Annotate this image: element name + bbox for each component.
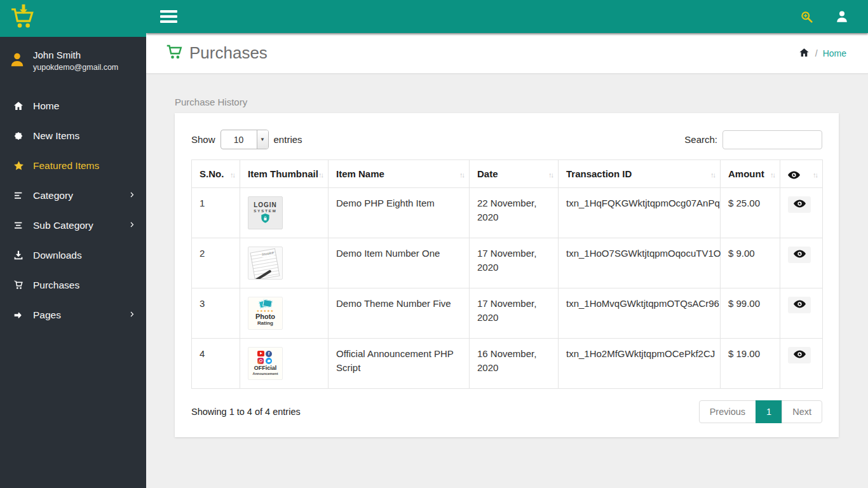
sort-icon: ↑↓ <box>813 171 817 179</box>
star-icon <box>12 159 25 172</box>
facebook-icon: f <box>266 351 272 357</box>
view-purchase-button[interactable] <box>788 297 811 313</box>
sidebar-item-pages[interactable]: Pages <box>0 300 146 330</box>
chevron-down-icon: ▼ <box>257 130 268 149</box>
sort-icon: ↑↓ <box>230 171 234 179</box>
view-purchase-button[interactable] <box>788 247 811 263</box>
sidebar-user-info: John Smith yupokdemo@gmail.com <box>0 37 146 82</box>
sidebar-item-downloads[interactable]: Downloads <box>0 240 146 270</box>
cell-item-name: Official Announcement PHP Script <box>329 339 470 389</box>
sidebar-item-label: Home <box>33 100 59 112</box>
sidebar-item-label: Featured Items <box>33 160 99 172</box>
cell-date: 17 November, 2020 <box>470 288 559 339</box>
page-1-button[interactable]: 1 <box>756 400 782 423</box>
column-header-item-name[interactable]: Item Name↑↓ <box>329 160 470 188</box>
column-header-s-no-[interactable]: S.No.↑↓ <box>192 160 240 188</box>
search-plus-icon[interactable] <box>800 10 813 24</box>
user-email: yupokdemo@gmail.com <box>33 63 118 72</box>
download-icon <box>12 249 25 262</box>
thumbnail-photo-rating: ★★★★★PhotoRating <box>248 297 283 330</box>
thumbnail-official-announcement: fOFFicialAnnouncement <box>248 347 283 380</box>
cell-view <box>780 339 823 389</box>
eye-icon <box>788 168 800 179</box>
cell-transaction-id: txn_1HqFQKGWktjtqpmOcg07AnPq <box>559 188 721 238</box>
breadcrumb: / Home <box>798 47 846 60</box>
show-label: Show <box>191 134 215 145</box>
page-header: Purchases / Home <box>146 33 868 74</box>
sidebar: John Smith yupokdemo@gmail.com HomeNew I… <box>0 0 146 488</box>
page-length-value: 10 <box>221 130 257 149</box>
sort-icon: ↑↓ <box>318 171 323 179</box>
sidebar-item-sub-category[interactable]: Sub Category <box>0 210 146 240</box>
sidebar-item-home[interactable]: Home <box>0 91 146 121</box>
cell-item-name: Demo Item Number One <box>329 238 470 288</box>
cell-view <box>780 188 823 238</box>
breadcrumb-home-link[interactable]: Home <box>823 48 846 58</box>
table-row: 4fOFFicialAnnouncementOfficial Announcem… <box>192 339 823 389</box>
eye-icon <box>794 350 806 360</box>
main-content: Purchase History Show 10 ▼ entries Searc… <box>146 74 868 488</box>
hamburger-menu-icon[interactable] <box>160 8 177 25</box>
view-purchase-button[interactable] <box>788 196 811 213</box>
column-header-transaction-id[interactable]: Transaction ID↑↓ <box>559 160 721 188</box>
panel-heading: Purchase History <box>175 97 839 107</box>
topbar <box>146 0 868 33</box>
sidebar-nav: HomeNew ItemsFeatured ItemsCategorySub C… <box>0 91 146 330</box>
chevron-right-icon <box>129 190 136 201</box>
app-window: John Smith yupokdemo@gmail.com HomeNew I… <box>0 0 868 488</box>
column-header-view[interactable]: ↑↓ <box>780 160 823 188</box>
sidebar-item-featured-items[interactable]: Featured Items <box>0 151 146 180</box>
page-title-text: Purchases <box>189 43 268 63</box>
sidebar-item-new-items[interactable]: New Items <box>0 121 146 151</box>
previous-page-button[interactable]: Previous <box>699 400 756 423</box>
page-length-select[interactable]: 10 ▼ <box>220 130 269 149</box>
cell-transaction-id: txn_1HoMvqGWktjtqpmOTQsACr96 <box>559 288 721 339</box>
cell-transaction-id: txn_1HoO7SGWktjtqpmOqocuTV1O <box>559 238 721 288</box>
view-purchase-button[interactable] <box>788 347 811 363</box>
column-label: Transaction ID <box>566 168 632 179</box>
pagination: Previous 1 Next <box>699 400 822 423</box>
purchase-history-panel: Show 10 ▼ entries Search: S.No.↑↓ <box>175 113 839 437</box>
cart-icon <box>165 43 184 64</box>
home-icon <box>12 100 25 112</box>
list-icon <box>12 189 25 202</box>
cell-item-name: Demo Theme Number Five <box>329 288 470 339</box>
column-label: Item Name <box>336 168 384 179</box>
home-icon[interactable] <box>798 47 810 60</box>
sidebar-item-category[interactable]: Category <box>0 180 146 210</box>
cell-sno: 1 <box>192 188 240 238</box>
cell-sno: 4 <box>192 339 240 389</box>
sort-icon: ↑↓ <box>459 171 464 179</box>
cell-date: 22 November, 2020 <box>470 188 559 238</box>
instagram-icon <box>257 358 264 364</box>
thumbnail-login-system: LOGINSYSTEM <box>248 196 283 229</box>
sidebar-item-label: Category <box>33 190 73 201</box>
table-header: S.No.↑↓Item Thumbnail↑↓Item Name↑↓Date↑↓… <box>192 160 823 188</box>
cell-amount: $ 25.00 <box>721 188 780 238</box>
cell-amount: $ 99.00 <box>721 288 780 339</box>
column-header-date[interactable]: Date↑↓ <box>470 160 559 188</box>
app-logo[interactable] <box>0 0 146 37</box>
search-label: Search: <box>684 134 717 145</box>
cell-thumbnail: LOGINSYSTEM <box>240 188 329 238</box>
column-header-amount[interactable]: Amount↑↓ <box>721 160 780 188</box>
page-length-control: Show 10 ▼ entries <box>191 130 302 149</box>
search-input[interactable] <box>722 130 822 149</box>
burst-icon <box>12 130 25 142</box>
column-label: S.No. <box>200 168 224 179</box>
breadcrumb-separator: / <box>815 48 818 58</box>
youtube-icon <box>257 351 264 356</box>
user-icon[interactable] <box>835 10 849 24</box>
eye-icon <box>794 200 806 210</box>
cell-thumbnail: Invoice <box>240 238 329 288</box>
cell-item-name: Demo PHP Eighth Item <box>329 188 470 238</box>
next-page-button[interactable]: Next <box>782 400 822 423</box>
cell-amount: $ 19.00 <box>721 339 780 389</box>
avatar <box>9 51 25 71</box>
cell-thumbnail: fOFFicialAnnouncement <box>240 339 329 389</box>
sort-icon: ↑↓ <box>548 171 553 179</box>
cell-date: 16 November, 2020 <box>470 339 559 389</box>
sidebar-item-purchases[interactable]: Purchases <box>0 270 146 300</box>
column-header-item-thumbnail[interactable]: Item Thumbnail↑↓ <box>240 160 329 188</box>
entries-label: entries <box>274 134 302 145</box>
